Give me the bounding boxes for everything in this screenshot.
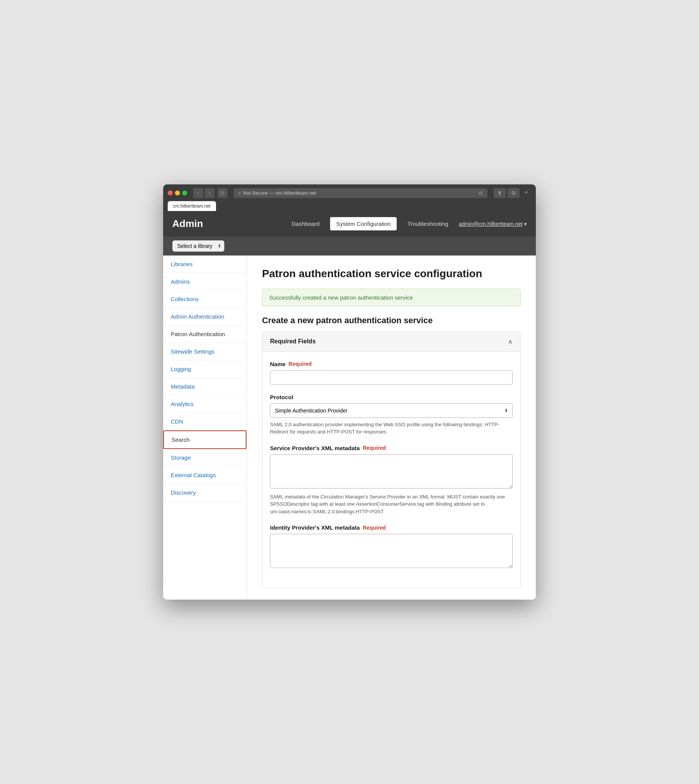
header-user[interactable]: admin@cm.hilbertteam.net ▾: [459, 221, 527, 227]
library-select[interactable]: Select a library: [172, 240, 224, 252]
idp-xml-required-badge: Required: [363, 525, 386, 531]
idp-xml-textarea[interactable]: [270, 534, 513, 568]
tab-bar: cm.hilbertteam.net: [168, 201, 531, 211]
panel-header: Required Fields ∧: [262, 332, 520, 352]
share-button[interactable]: ⬆: [494, 188, 506, 198]
sidebar: Libraries Admins Collections Admin Authe…: [163, 255, 247, 600]
duplicate-tab-button[interactable]: ⧉: [507, 188, 520, 198]
new-tab-button[interactable]: +: [521, 188, 531, 197]
create-section-title: Create a new patron authentication servi…: [262, 316, 521, 326]
success-banner: Successfully created a new patron authen…: [262, 289, 521, 306]
sidebar-item-discovery[interactable]: Discovery: [163, 484, 247, 501]
protocol-select-wrapper: Simple Authentication Provider SAML 2.0 …: [270, 404, 513, 418]
sidebar-item-storage[interactable]: Storage: [163, 449, 247, 466]
app-header: Admin Dashboard System Configuration Tro…: [163, 211, 536, 237]
nav-dashboard[interactable]: Dashboard: [292, 220, 320, 227]
sidebar-item-collections[interactable]: Collections: [163, 291, 247, 308]
sidebar-item-libraries[interactable]: Libraries: [163, 255, 247, 273]
sp-xml-help-text: SAML metadata of the Circulation Manager…: [270, 493, 513, 516]
sp-xml-required-badge: Required: [363, 445, 386, 451]
header-nav: Dashboard System Configuration Troublesh…: [292, 217, 527, 231]
idp-xml-label: Identity Provider's XML metadata Require…: [270, 524, 513, 531]
sidebar-item-patron-authentication[interactable]: Patron Authentication: [163, 326, 247, 343]
address-text: Not Secure — cm.hilbertteam.net: [243, 190, 316, 196]
sp-xml-label: Service Provider's XML metadata Required: [270, 445, 513, 451]
sidebar-item-analytics[interactable]: Analytics: [163, 395, 247, 413]
nav-system-configuration[interactable]: System Configuration: [330, 217, 397, 231]
sidebar-item-admin-authentication[interactable]: Admin Authentication: [163, 308, 247, 326]
browser-titlebar: ‹ › ⊡ ≡ Not Secure — cm.hilbertteam.net …: [168, 188, 531, 198]
panel-collapse-button[interactable]: ∧: [508, 338, 513, 345]
panel-header-title: Required Fields: [270, 338, 316, 345]
protocol-help-text: SAML 2.0 authentication provider impleme…: [270, 421, 513, 436]
sp-xml-label-text: Service Provider's XML metadata: [270, 445, 360, 451]
sidebar-item-metadata[interactable]: Metadata: [163, 378, 247, 395]
sidebar-item-logging[interactable]: Logging: [163, 361, 247, 378]
library-select-bar: Select a library: [163, 237, 536, 255]
panel-body: Name Required Protocol Simple Authentica…: [262, 352, 520, 588]
main-layout: Libraries Admins Collections Admin Authe…: [163, 255, 536, 600]
address-bar: ≡ Not Secure — cm.hilbertteam.net ↺: [234, 188, 487, 198]
name-label-text: Name: [270, 361, 286, 367]
success-message: Successfully created a new patron authen…: [269, 294, 413, 301]
required-fields-panel: Required Fields ∧ Name Required: [262, 332, 521, 589]
name-field-group: Name Required: [270, 361, 513, 385]
minimize-traffic-light[interactable]: [175, 190, 180, 195]
browser-chrome: ‹ › ⊡ ≡ Not Secure — cm.hilbertteam.net …: [163, 184, 536, 211]
protocol-label: Protocol: [270, 394, 513, 400]
active-tab[interactable]: cm.hilbertteam.net: [168, 201, 216, 211]
back-button[interactable]: ‹: [193, 188, 203, 198]
sp-xml-field-group: Service Provider's XML metadata Required…: [270, 445, 513, 516]
close-traffic-light[interactable]: [168, 190, 173, 195]
sidebar-item-cdn[interactable]: CDN: [163, 413, 247, 430]
reload-button[interactable]: ↺: [479, 190, 483, 196]
app-title: Admin: [172, 218, 203, 230]
protocol-field-group: Protocol Simple Authentication Provider …: [270, 394, 513, 436]
sidebar-item-external-catalogs[interactable]: External Catalogs: [163, 466, 247, 484]
sidebar-item-search[interactable]: Search: [163, 430, 247, 449]
content-area: Patron authentication service configurat…: [247, 255, 536, 600]
maximize-traffic-light[interactable]: [182, 190, 187, 195]
browser-window: ‹ › ⊡ ≡ Not Secure — cm.hilbertteam.net …: [163, 184, 536, 600]
name-required-badge: Required: [289, 361, 312, 367]
nav-troubleshooting[interactable]: Troubleshooting: [407, 220, 448, 227]
traffic-lights: [168, 190, 187, 195]
tab-view-button[interactable]: ⊡: [217, 188, 227, 198]
library-select-wrapper: Select a library: [172, 240, 224, 252]
browser-nav-buttons: ‹ ›: [193, 188, 214, 198]
sp-xml-textarea[interactable]: [270, 454, 513, 489]
page-title: Patron authentication service configurat…: [262, 267, 521, 281]
forward-button[interactable]: ›: [205, 188, 214, 198]
sidebar-item-admins[interactable]: Admins: [163, 273, 247, 291]
name-label: Name Required: [270, 361, 513, 367]
sidebar-item-sitewide-settings[interactable]: Sitewide Settings: [163, 343, 247, 361]
protocol-select[interactable]: Simple Authentication Provider SAML 2.0 …: [270, 404, 513, 418]
browser-actions: ⬆ ⧉ +: [494, 188, 531, 198]
idp-xml-label-text: Identity Provider's XML metadata: [270, 524, 360, 531]
protocol-label-text: Protocol: [270, 394, 293, 400]
idp-xml-field-group: Identity Provider's XML metadata Require…: [270, 524, 513, 569]
user-email: admin@cm.hilbertteam.net: [459, 221, 523, 227]
name-input[interactable]: [270, 370, 513, 385]
user-dropdown-icon: ▾: [524, 221, 527, 227]
